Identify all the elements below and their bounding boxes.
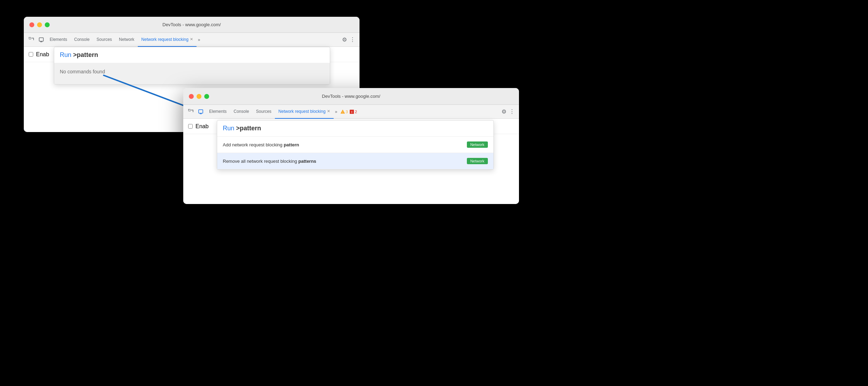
command-palette-1[interactable]: Run >pattern No commands found (54, 47, 330, 85)
enable-checkbox-2[interactable] (188, 124, 193, 129)
more-icon-1[interactable]: ⋮ (348, 36, 357, 43)
tab-sources-1[interactable]: Sources (93, 33, 115, 47)
svg-rect-7 (200, 114, 202, 114)
no-results-1: No commands found (54, 63, 330, 84)
traffic-lights-1 (29, 22, 50, 27)
svg-rect-0 (29, 37, 31, 39)
pattern-label-2: >pattern (236, 125, 261, 132)
result-1-text: Add network request blocking pattern (223, 142, 299, 147)
maximize-button-1[interactable] (45, 22, 50, 27)
run-label-1: Run (60, 51, 71, 58)
command-input-1[interactable]: Run >pattern (54, 47, 330, 63)
svg-rect-1 (39, 38, 43, 41)
toolbar-1: Elements Console Sources Network Network… (24, 33, 360, 47)
titlebar-2: DevTools - www.google.com/ (183, 88, 519, 105)
svg-rect-6 (199, 110, 203, 113)
minimize-button-1[interactable] (37, 22, 42, 27)
svg-text:!: ! (342, 111, 343, 114)
titlebar-1: DevTools - www.google.com/ (24, 17, 360, 33)
tab-network-1[interactable]: Network (115, 33, 138, 47)
error-badge-2: ! 2 (349, 109, 357, 114)
result-row-1[interactable]: Add network request blocking pattern Net… (217, 137, 493, 153)
enable-checkbox-1[interactable] (29, 52, 33, 57)
close-button-1[interactable] (29, 22, 34, 27)
inspect-icon-2[interactable] (186, 107, 196, 117)
result-2-text: Remove all network request blocking patt… (223, 159, 316, 164)
tab-console-2[interactable]: Console (230, 105, 252, 119)
enable-label-1: Enab (36, 51, 49, 58)
minimize-button-2[interactable] (197, 94, 201, 99)
tab-elements-2[interactable]: Elements (206, 105, 230, 119)
chevron-more-icon-1[interactable]: » (197, 37, 202, 42)
close-button-2[interactable] (189, 94, 194, 99)
more-icon-2[interactable]: ⋮ (508, 108, 516, 115)
tab-close-icon-1[interactable]: ✕ (190, 37, 193, 42)
tab-network-request-blocking-2[interactable]: Network request blocking ✕ (275, 105, 334, 119)
warning-badge-2: ! 3 (340, 109, 348, 114)
chevron-more-icon-2[interactable]: » (334, 109, 339, 114)
enable-label-2: Enab (195, 123, 208, 130)
gear-icon-2[interactable]: ⚙ (500, 108, 508, 115)
result-2-badge[interactable]: Network (467, 158, 488, 164)
window-title-1: DevTools - www.google.com/ (163, 22, 221, 27)
tab-console-1[interactable]: Console (71, 33, 93, 47)
command-palette-2[interactable]: Run >pattern Add network request blockin… (217, 120, 494, 170)
run-label-2: Run (223, 125, 234, 132)
window-title-2: DevTools - www.google.com/ (322, 94, 380, 99)
device-icon-2[interactable] (196, 107, 206, 117)
badges-2: ! 3 ! 2 (340, 109, 357, 114)
pattern-label-1: >pattern (73, 51, 98, 58)
tab-close-icon-2[interactable]: ✕ (327, 109, 330, 114)
tab-network-request-blocking-1[interactable]: Network request blocking ✕ (138, 33, 197, 47)
device-icon[interactable] (36, 35, 46, 45)
traffic-lights-2 (189, 94, 209, 99)
toolbar-2: Elements Console Sources Network request… (183, 105, 519, 119)
tab-elements-1[interactable]: Elements (46, 33, 71, 47)
tab-sources-2[interactable]: Sources (252, 105, 275, 119)
result-row-2[interactable]: Remove all network request blocking patt… (217, 153, 493, 169)
svg-text:!: ! (351, 110, 352, 114)
result-1-badge[interactable]: Network (467, 141, 488, 148)
svg-rect-5 (188, 109, 190, 111)
inspect-icon[interactable] (27, 35, 36, 45)
svg-rect-2 (40, 42, 42, 42)
maximize-button-2[interactable] (204, 94, 209, 99)
command-input-2[interactable]: Run >pattern (217, 121, 493, 137)
gear-icon-1[interactable]: ⚙ (341, 36, 348, 43)
